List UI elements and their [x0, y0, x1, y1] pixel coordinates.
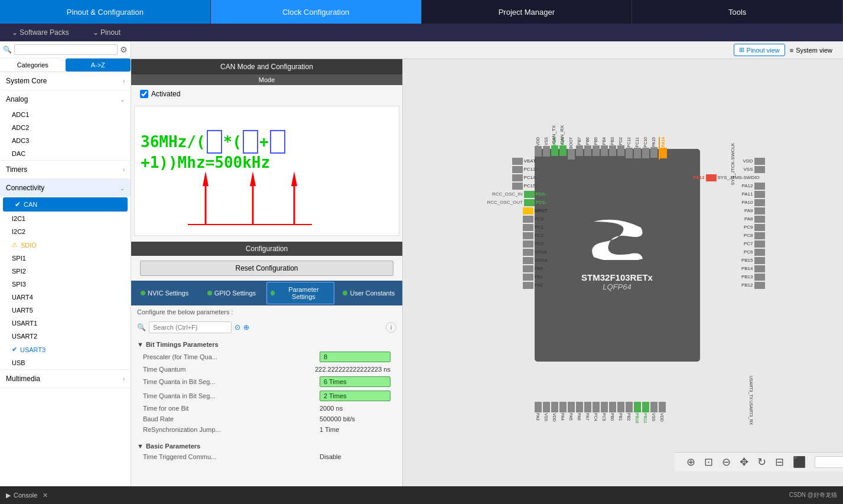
sidebar-item-adc3[interactable]: ADC3 [0, 134, 131, 147]
pin-pb8 [551, 145, 558, 156]
prescaler-value[interactable]: 8 [320, 352, 390, 362]
section-system-core: System Core › [0, 72, 131, 90]
zoom-in-icon[interactable]: ⊕ [686, 456, 695, 469]
pin-pa6-b [576, 402, 583, 412]
status-text: CSDN @好奇龙猫 [789, 491, 837, 499]
sidebar-settings-icon[interactable]: ⚙ [120, 45, 128, 54]
can-config-panel: CAN Mode and Configuration Mode Activate… [131, 59, 403, 486]
tab-atoz[interactable]: A->Z [66, 58, 131, 71]
basic-params-header[interactable]: ▼ Basic Parameters [137, 441, 396, 451]
section-multimedia: Multimedia › [0, 370, 131, 388]
param-search-row: 🔍 ⊙ ⊕ i [131, 318, 402, 336]
gpio-indicator [207, 291, 212, 295]
config-section-title: Configuration [131, 242, 402, 256]
pin-pc15 [512, 183, 523, 190]
export-icon[interactable]: ⬛ [793, 456, 806, 469]
sidebar-item-can[interactable]: ✔ CAN [3, 197, 128, 212]
bit-timings-header[interactable]: ▼ Bit Timings Parameters [137, 339, 396, 350]
pin-vdd-b [551, 402, 558, 412]
sidebar-item-i2c2[interactable]: I2C2 [0, 225, 131, 238]
sidebar-item-usart3[interactable]: ✔ USART3 [0, 343, 131, 356]
section-system-core-header[interactable]: System Core › [0, 72, 131, 90]
sidebar-search-input[interactable] [14, 44, 118, 55]
tab-gpio[interactable]: GPIO Settings [198, 281, 265, 305]
chip-search-input[interactable] [815, 456, 843, 468]
chip-model: STM32F103RETx [581, 272, 653, 282]
chip-toolbar: ⊕ ⊡ ⊖ ✥ ↻ ⊟ ⬛ [675, 452, 843, 472]
pin-pa10 [754, 199, 765, 206]
sidebar-item-spi2[interactable]: SPI2 [0, 265, 131, 278]
chevron-multimedia: › [123, 376, 125, 382]
param-row-resync: ReSynchronization Jump... 1 Time [137, 424, 396, 435]
panel-title: CAN Mode and Configuration [131, 59, 402, 74]
sidebar-item-adc1[interactable]: ADC1 [0, 108, 131, 121]
sidebar-item-sdio[interactable]: ⚠ SDIO [0, 238, 131, 252]
pinout-view-button[interactable]: ⊞ Pinout view [734, 44, 785, 56]
user-indicator [343, 291, 347, 295]
pin-pa14 [660, 148, 667, 158]
param-row-seg1: Time Quanta in Bit Seg... 6 Times [137, 375, 396, 389]
left-pins: VBAT PC13- PC14- [487, 158, 548, 289]
subnav-pinout[interactable]: ⌄ Pinout [81, 24, 132, 41]
section-analog-header[interactable]: Analog ⌄ [0, 90, 131, 108]
nav-pinout[interactable]: Pinout & Configuration [0, 0, 211, 24]
param-row-timeonebit: Time for one Bit 2000 ns [137, 403, 396, 414]
sidebar-item-uart4[interactable]: UART4 [0, 291, 131, 304]
tab-user[interactable]: User Constants [336, 281, 402, 305]
pin-pb14 [754, 265, 765, 272]
fit-icon[interactable]: ⊡ [704, 456, 713, 469]
seg1-value[interactable]: 6 Times [320, 376, 390, 387]
param-row-prescaler: Prescaler (for Time Qua... 8 [137, 350, 396, 364]
section-timers-header[interactable]: Timers › [0, 161, 131, 178]
sidebar-item-usart1[interactable]: USART1 [0, 317, 131, 330]
svg-marker-5 [291, 171, 297, 186]
console-icon: ▶ [6, 492, 11, 499]
activated-checkbox[interactable] [140, 90, 148, 98]
sidebar-item-i2c1[interactable]: I2C1 [0, 212, 131, 225]
sidebar-item-spi3[interactable]: SPI3 [0, 278, 131, 291]
formula-area: 36MHz/( *( + +1))Mhz=500kHz [134, 106, 399, 236]
section-connectivity-header[interactable]: Connectivity ⌄ [0, 179, 131, 197]
pin-pc3 [523, 240, 533, 248]
tab-nvic[interactable]: NVIC Settings [131, 281, 198, 305]
sidebar-item-uart5[interactable]: UART5 [0, 304, 131, 317]
chip-package: LQFP64 [603, 282, 631, 291]
nav-clock[interactable]: Clock Configuration [211, 0, 422, 24]
rotate-icon[interactable]: ↻ [757, 456, 766, 469]
pin-pa9 [754, 207, 765, 214]
zoom-out-icon[interactable]: ⊖ [722, 456, 731, 469]
reset-configuration-button[interactable]: Reset Configuration [140, 261, 393, 276]
sidebar-item-adc2[interactable]: ADC2 [0, 121, 131, 134]
nav-tools[interactable]: Tools [632, 0, 843, 24]
sidebar-item-spi1[interactable]: SPI1 [0, 252, 131, 265]
move-icon[interactable]: ✥ [740, 456, 748, 469]
split-icon[interactable]: ⊟ [775, 456, 784, 469]
seg2-value[interactable]: 2 Times [320, 391, 390, 401]
pin-vss [543, 146, 550, 157]
system-view-icon: ≡ [790, 47, 793, 54]
sidebar-item-usb[interactable]: USB [0, 356, 131, 369]
pin-pb12 [754, 282, 765, 289]
param-info-icon[interactable]: ⊕ [243, 323, 249, 331]
pin-pb7 [576, 145, 583, 156]
pin-pb1-b [617, 402, 624, 412]
nav-project[interactable]: Project Manager [422, 0, 633, 24]
pinout-view-icon: ⊞ [739, 46, 744, 54]
formula-box-seg1 [243, 130, 258, 154]
section-multimedia-header[interactable]: Multimedia › [0, 370, 131, 388]
console-tab[interactable]: ▶ Console ✕ [6, 492, 48, 499]
sidebar-item-dac[interactable]: DAC [0, 147, 131, 160]
tab-param[interactable]: Parameter Settings [266, 282, 334, 304]
system-view-button[interactable]: ≡ System view [785, 45, 837, 56]
pin-pc10 [642, 148, 649, 158]
tab-categories[interactable]: Categories [0, 58, 66, 71]
param-search-input[interactable] [149, 321, 232, 333]
param-info-button[interactable]: i [386, 322, 396, 333]
pin-pc5-b [601, 402, 608, 412]
close-console-icon[interactable]: ✕ [43, 492, 48, 499]
param-help-icon[interactable]: ⊙ [235, 323, 240, 331]
section-timers: Timers › [0, 161, 131, 179]
subnav-software-packs[interactable]: ⌄ Software Packs [0, 24, 81, 41]
pin-pb10-b [634, 402, 641, 412]
sidebar-item-usart2[interactable]: USART2 [0, 330, 131, 343]
